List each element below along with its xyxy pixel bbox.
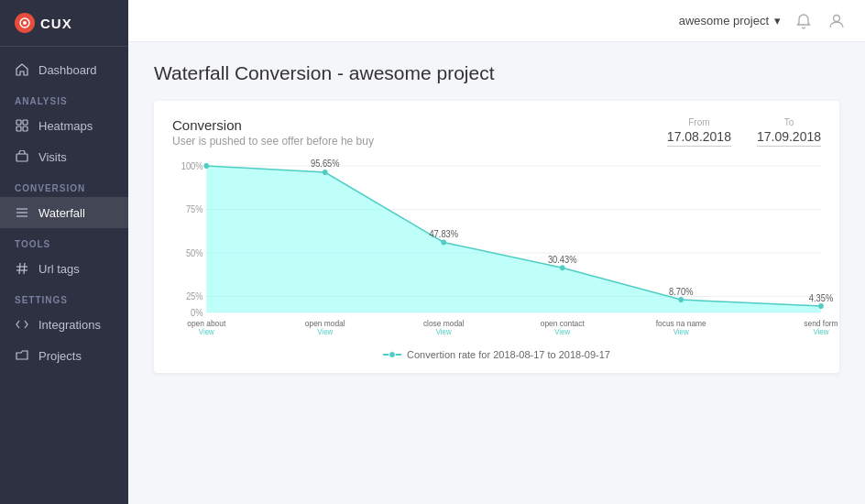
value-label-1: 95.65%: [311, 159, 340, 169]
value-label-4: 8.70%: [669, 287, 694, 297]
page-title: Waterfall Conversion - awesome project: [154, 62, 839, 84]
sidebar-label-waterfall: Waterfall: [38, 206, 85, 220]
svg-rect-5: [23, 126, 27, 131]
svg-line-10: [19, 263, 20, 274]
chart-header: Conversion User is pushed to see offer b…: [172, 117, 821, 148]
svg-text:0%: 0%: [191, 308, 203, 318]
section-label-analysis: ANALYSIS: [0, 85, 128, 110]
sidebar-item-visits[interactable]: Visits: [0, 141, 128, 172]
x-view-0[interactable]: View: [199, 328, 214, 336]
data-point-0: [203, 163, 209, 169]
home-icon: [15, 62, 29, 77]
chart-title: Conversion: [172, 117, 374, 133]
from-label: From: [688, 117, 709, 127]
sidebar-label-dashboard: Dashboard: [38, 63, 97, 77]
to-value: 17.09.2018: [757, 129, 821, 147]
date-range: From 17.08.2018 To 17.09.2018: [667, 117, 821, 147]
sidebar-item-url-tags[interactable]: Url tags: [0, 253, 128, 284]
visits-icon: [15, 149, 29, 164]
x-view-4[interactable]: View: [673, 328, 689, 336]
date-to: To 17.09.2018: [757, 117, 821, 147]
sidebar-nav: Dashboard ANALYSIS Heatmaps: [0, 47, 128, 504]
notification-icon[interactable]: [794, 11, 814, 31]
svg-point-14: [834, 15, 840, 21]
legend-text: Convertion rate for 2018-08-17 to 2018-0…: [407, 349, 610, 360]
section-label-conversion: CONVERSION: [0, 172, 128, 197]
topbar-icons: [794, 11, 847, 31]
logo-icon: [15, 13, 35, 33]
from-value: 17.08.2018: [667, 129, 731, 147]
svg-text:100%: 100%: [181, 161, 203, 171]
chevron-down-icon: ▾: [774, 14, 781, 27]
chart-subtitle: User is pushed to see offer before he bu…: [172, 135, 374, 148]
data-point-2: [441, 240, 446, 246]
value-label-3: 30.43%: [548, 255, 577, 265]
sidebar-label-projects: Projects: [38, 349, 82, 363]
chart-info: Conversion User is pushed to see offer b…: [172, 117, 374, 148]
chart-card: Conversion User is pushed to see offer b…: [154, 101, 839, 373]
waterfall-chart: 100% 75% 50% 25% 0%: [172, 157, 821, 340]
svg-rect-3: [23, 120, 27, 125]
sidebar-label-visits: Visits: [38, 150, 67, 164]
main-area: awesome project ▾ Waterfall Conversion -…: [128, 0, 865, 504]
svg-rect-2: [16, 120, 21, 125]
x-view-5[interactable]: View: [813, 328, 828, 336]
hash-icon: [15, 261, 29, 276]
sidebar-label-url-tags: Url tags: [38, 262, 80, 276]
logo[interactable]: CUX: [0, 0, 128, 47]
data-point-3: [560, 265, 565, 270]
value-label-2: 47.83%: [429, 229, 458, 239]
page-content: Waterfall Conversion - awesome project C…: [128, 42, 865, 504]
list-icon: [15, 205, 29, 220]
svg-line-11: [24, 263, 25, 274]
sidebar-item-integrations[interactable]: Integrations: [0, 309, 128, 340]
date-from: From 17.08.2018: [667, 117, 731, 147]
data-point-5: [818, 303, 824, 309]
x-label-5: send form: [804, 319, 838, 328]
project-selector[interactable]: awesome project ▾: [679, 14, 781, 27]
legend-line-icon: [383, 354, 401, 356]
x-label-2: close modal: [423, 319, 465, 328]
svg-point-1: [23, 21, 27, 25]
sidebar-item-waterfall[interactable]: Waterfall: [0, 197, 128, 228]
svg-rect-4: [16, 126, 21, 131]
x-label-1: open modal: [305, 319, 345, 328]
heatmap-icon: [15, 118, 29, 133]
chart-area-fill: [206, 166, 821, 312]
data-point-1: [323, 170, 328, 175]
svg-text:50%: 50%: [186, 248, 203, 258]
sidebar-item-projects[interactable]: Projects: [0, 340, 128, 371]
x-label-4: focus na name: [656, 319, 706, 328]
to-label: To: [784, 117, 794, 127]
chart-area: 100% 75% 50% 25% 0%: [172, 157, 821, 360]
logo-text: CUX: [40, 16, 72, 31]
x-view-3[interactable]: View: [554, 328, 570, 336]
sidebar-item-heatmaps[interactable]: Heatmaps: [0, 110, 128, 141]
x-view-1[interactable]: View: [317, 328, 333, 336]
svg-rect-6: [16, 154, 27, 161]
data-point-4: [678, 297, 684, 302]
sidebar-label-heatmaps: Heatmaps: [38, 119, 93, 133]
svg-text:75%: 75%: [186, 204, 203, 214]
user-icon[interactable]: [827, 11, 847, 31]
sidebar: CUX Dashboard ANALYSIS Heatmaps: [0, 0, 128, 504]
section-label-settings: SETTINGS: [0, 284, 128, 309]
chart-legend: Convertion rate for 2018-08-17 to 2018-0…: [172, 349, 821, 360]
sidebar-item-dashboard[interactable]: Dashboard: [0, 54, 128, 85]
value-label-5: 4.35%: [809, 293, 834, 303]
code-icon: [15, 317, 29, 332]
svg-text:25%: 25%: [186, 291, 203, 301]
x-label-3: open contact: [541, 319, 586, 328]
project-name: awesome project: [679, 14, 769, 27]
topbar: awesome project ▾: [128, 0, 865, 42]
x-view-2[interactable]: View: [436, 328, 452, 336]
x-label-0: open about: [187, 319, 225, 328]
sidebar-label-integrations: Integrations: [38, 318, 101, 332]
folder-icon: [15, 348, 29, 363]
section-label-tools: TOOLS: [0, 228, 128, 253]
